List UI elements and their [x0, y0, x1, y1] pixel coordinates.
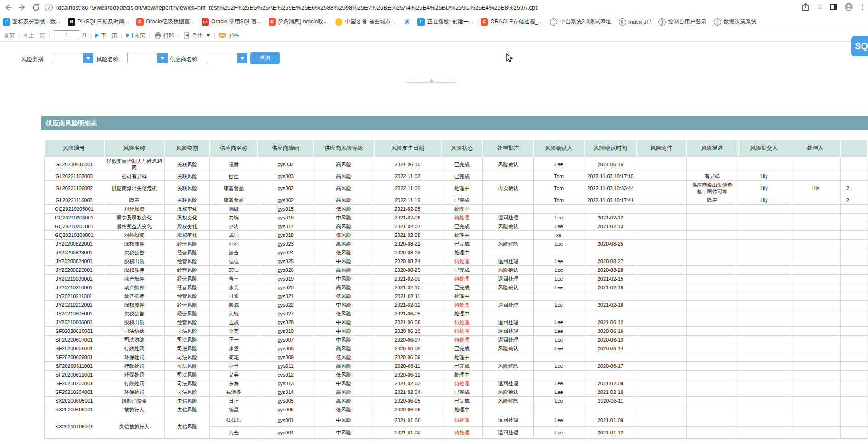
table-cell	[637, 257, 686, 266]
sql-float-button[interactable]: SQL	[851, 36, 868, 56]
table-cell: 2	[840, 196, 868, 205]
table-cell	[738, 257, 790, 266]
risk-name-select[interactable]	[127, 53, 168, 63]
export-dropdown-caret	[207, 34, 210, 37]
table-cell	[790, 196, 840, 205]
bookmark-item[interactable]: C(2条消息) oracle取...	[269, 18, 328, 26]
table-cell: 正一	[210, 336, 258, 344]
f51cto-icon: 51	[202, 18, 209, 26]
address-bar[interactable]: i localhost:8075/webroot/decision/view/r…	[45, 1, 537, 14]
table-cell: GQ20210205001	[45, 205, 104, 214]
bookmark-star-icon[interactable]: ☆	[816, 2, 823, 11]
table-cell: 股权变化	[165, 222, 210, 231]
table-cell: 2020-06-09	[374, 353, 441, 362]
parameter-pane-collapse-handle[interactable]	[405, 78, 458, 83]
bookmark-item[interactable]: 数据决策系统	[714, 18, 756, 26]
column-header: 风险确认人	[533, 140, 584, 157]
bookmark-item[interactable]: F图标及分割线 - 数...	[3, 18, 61, 26]
table-cell: 经营风险	[165, 301, 210, 309]
info-icon[interactable]: i	[45, 4, 53, 11]
table-cell: 2022-11-03 10:33:44	[584, 181, 637, 196]
print-button[interactable]: 打印	[154, 32, 174, 39]
table-cell: JY20210211001	[45, 292, 104, 301]
table-cell: 2021-06-16	[584, 157, 637, 172]
bookmark-item[interactable]: F正在播放: 创建一...	[417, 18, 473, 26]
table-cell: 行政处罚	[104, 362, 165, 371]
bookmark-item[interactable]: 51Oracle 常用SQL语...	[202, 18, 261, 26]
table-cell: 玉成	[210, 318, 258, 327]
table-cell: 高风险	[314, 240, 374, 248]
table-cell: 德级	[210, 205, 258, 214]
table-cell: Lee	[533, 222, 584, 231]
bookmark-label: PL/SQL日期及时间...	[78, 18, 129, 26]
header-row: 风险编号风险名称风险类别供应商名称供应商编码供应商风险等级风险发生日期风险状态处…	[45, 140, 868, 157]
table-cell: 日正	[210, 397, 258, 405]
table-cell	[686, 157, 738, 172]
table-row: SF20210203001行政处罚司法风险东海gys013中风险2021-02-…	[45, 379, 868, 388]
table-cell	[637, 371, 686, 379]
table-cell: 被执行人	[104, 405, 165, 414]
profile-avatar[interactable]	[844, 2, 853, 11]
table-cell: gys008	[258, 344, 314, 353]
table-cell: 2020-06-11	[584, 397, 637, 405]
table-cell	[482, 172, 533, 181]
next-page-button[interactable]: 下一页	[95, 32, 117, 39]
refresh-icon[interactable]	[31, 3, 40, 12]
last-page-button[interactable]: 末页	[126, 32, 146, 39]
table-cell: 2020-06-13	[584, 336, 637, 344]
table-cell: JY20210210001	[45, 283, 104, 292]
table-cell: 低风险	[314, 309, 374, 318]
menu-kebab-icon[interactable]: ⋮	[859, 3, 866, 11]
table-cell	[686, 379, 738, 388]
export-button[interactable]: 导出	[183, 32, 210, 39]
bookmark-item[interactable]: 中国各省-省会城市...	[335, 18, 395, 26]
table-cell: 关联风险	[165, 196, 210, 205]
table-cell	[637, 309, 686, 318]
table-cell: 待处理	[441, 379, 483, 388]
bookmark-item[interactable]: BPL/SQL日期及时间...	[68, 18, 129, 26]
bookmark-item[interactable]: Index of /	[619, 18, 651, 26]
prev-page-button[interactable]: 上一页	[23, 32, 45, 39]
bookmark-item[interactable]: 控制台用户登录	[658, 18, 706, 26]
table-cell	[840, 405, 868, 414]
table-cell	[840, 231, 868, 240]
bookmark-item[interactable]: COracle亿级数据查...	[136, 18, 194, 26]
table-cell	[637, 344, 686, 353]
table-cell	[790, 309, 840, 318]
bookmark-item[interactable]: 中台系统2.0测试网址	[550, 18, 611, 26]
table-cell: gys025	[258, 257, 314, 266]
forward-icon[interactable]	[17, 3, 27, 12]
mail-button[interactable]: 邮件	[219, 32, 239, 39]
dropdown-arrow-icon[interactable]	[83, 53, 93, 63]
page-number-input[interactable]	[54, 30, 79, 40]
table-cell	[686, 309, 738, 318]
table-cell: 2020-08-25	[374, 266, 441, 275]
table-cell	[790, 292, 840, 301]
table-cell: 失信风险	[165, 405, 210, 414]
dropdown-arrow-icon[interactable]	[237, 53, 247, 63]
supplier-name-select[interactable]	[207, 53, 247, 63]
risk-type-select[interactable]	[52, 53, 93, 63]
back-icon[interactable]	[4, 3, 13, 12]
globe-icon	[658, 18, 666, 26]
bookmark-item[interactable]: ✳	[403, 18, 410, 26]
table-cell: 公司有异样	[104, 172, 165, 181]
table-cell: 股权质押	[104, 301, 165, 309]
table-cell: Lily	[738, 181, 790, 196]
dropdown-arrow-icon[interactable]	[157, 53, 168, 63]
first-page-button[interactable]: 首页	[4, 32, 15, 39]
table-cell: 2021-02-12	[584, 214, 637, 222]
risk-name-label: 风险名称:	[96, 56, 120, 63]
table-cell	[790, 371, 840, 379]
bookmark-item[interactable]: CORACLE存储过程_...	[481, 18, 543, 26]
table-cell	[686, 327, 738, 336]
table-cell: 佳佳	[210, 257, 258, 266]
table-cell: gys001	[258, 414, 314, 427]
side-panel-icon[interactable]	[829, 2, 838, 11]
table-row: JY20210605001欠税公告经营风险大钰gys027低风险2021-06-…	[45, 309, 868, 318]
query-button[interactable]: 查询	[250, 52, 280, 64]
url-text[interactable]: localhost:8075/webroot/decision/view/rep…	[56, 4, 537, 11]
table-cell: gys020	[258, 283, 314, 292]
table-cell: 2022-11-03 10:17:15	[584, 172, 637, 181]
share-icon[interactable]	[801, 2, 810, 11]
